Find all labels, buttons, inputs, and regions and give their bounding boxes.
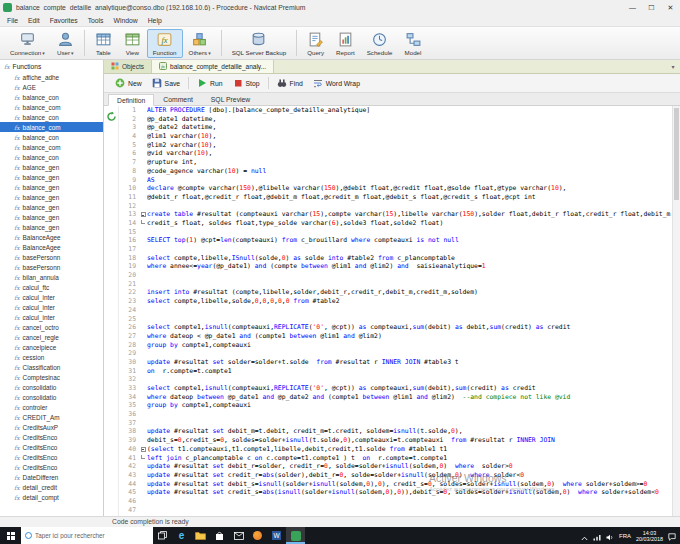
function-tree-item[interactable]: CreditsAuxP <box>0 422 103 432</box>
code-line[interactable]: 22insert into #resultat (compte,libelle,… <box>119 288 672 297</box>
function-tree-item[interactable]: CREDIT_Am <box>0 412 103 422</box>
function-tree-item[interactable]: balance_con <box>0 132 103 142</box>
code-line[interactable]: 19where annee<=year(@p_date1) and (compt… <box>119 262 672 271</box>
code-line[interactable]: 37 <box>119 419 672 428</box>
function-tree-item[interactable]: balance_gen <box>0 162 103 172</box>
toolbar-button-user[interactable]: User <box>51 29 80 58</box>
word-icon[interactable]: W <box>267 527 286 544</box>
toolbar-button-table[interactable]: Table <box>89 29 118 58</box>
code-line[interactable]: 36 <box>119 410 672 419</box>
function-tree-item[interactable]: balance_com <box>0 122 103 132</box>
code-line[interactable]: 33select compte1,isnull(compteauxi,REPLI… <box>119 384 672 393</box>
network-icon[interactable] <box>593 527 601 544</box>
function-tree-item[interactable]: BalanceAgee <box>0 232 103 242</box>
function-tree-item[interactable]: basePersonn <box>0 252 103 262</box>
function-tree-item[interactable]: balance_con <box>0 92 103 102</box>
edge-icon[interactable]: e <box>172 527 191 544</box>
function-tree-item[interactable]: balance_com <box>0 142 103 152</box>
code-line[interactable]: 30update #resultat set solder=solder+t.s… <box>119 358 672 367</box>
function-tree-item[interactable]: balance_gen <box>0 222 103 232</box>
code-line[interactable]: 42update #resultat set debit_r=solder, c… <box>119 462 672 471</box>
function-tree-item[interactable]: balance_gen <box>0 172 103 182</box>
run-button[interactable]: Run <box>192 77 227 90</box>
code-line[interactable]: 28group by compte1,compteauxi <box>119 341 672 350</box>
code-line[interactable]: 26select compte1,isnull(compteauxi,REPLI… <box>119 323 672 332</box>
code-line[interactable]: 44update #resultat set debit_s=isnull(so… <box>119 480 672 489</box>
code-line[interactable]: 9AS <box>119 176 672 185</box>
code-line[interactable]: 32 <box>119 375 672 384</box>
taskbar-search[interactable] <box>21 527 153 544</box>
code-line[interactable]: 10declare @compte varchar(150),@libelle … <box>119 184 672 193</box>
function-tree-item[interactable]: balance_con <box>0 152 103 162</box>
function-tree-item[interactable]: balance_gen <box>0 202 103 212</box>
function-tree-item[interactable]: cession <box>0 352 103 362</box>
code-line[interactable]: 12 <box>119 202 672 211</box>
menu-favorites[interactable]: Favorites <box>45 17 83 24</box>
store-icon[interactable] <box>210 527 229 544</box>
function-tree-item[interactable]: cancel_octro <box>0 322 103 332</box>
fold-collapse-icon[interactable] <box>141 212 146 217</box>
scrollbar-thumb[interactable] <box>674 108 679 200</box>
code-line[interactable]: 6@vid varchar(10), <box>119 149 672 158</box>
taskbar-search-input[interactable] <box>35 532 149 539</box>
function-tree-item[interactable]: CreditsEnco <box>0 432 103 442</box>
mail-icon[interactable] <box>229 527 248 544</box>
tab-list-chevron-icon[interactable]: ▾ <box>666 60 680 73</box>
toolbar-button-function[interactable]: fx Function <box>147 29 183 58</box>
code-line[interactable]: 46 <box>119 497 672 506</box>
toolbar-button-others[interactable]: Others <box>183 29 217 58</box>
function-tree-item[interactable]: AGE <box>0 82 103 92</box>
function-tree-item[interactable]: balance_con <box>0 112 103 122</box>
save-button[interactable]: Save <box>147 77 186 90</box>
toolbar-button-view[interactable]: View <box>118 29 147 58</box>
toolbar-button-connection[interactable]: Connection <box>4 29 51 58</box>
code-line[interactable]: 18select compte,libelle,ISnull(solde,0) … <box>119 254 672 263</box>
tab-document[interactable]: fx balance_compte_detaille_analy... <box>152 60 274 73</box>
function-tree-item[interactable]: affiche_adhe <box>0 72 103 82</box>
function-tree-item[interactable]: controler <box>0 402 103 412</box>
function-tree-item[interactable]: calcul_ftc <box>0 282 103 292</box>
new-button[interactable]: New <box>110 77 147 90</box>
code-line[interactable]: 45update #resultat set credit_s=abs(isnu… <box>119 488 672 497</box>
function-tree-item[interactable]: Classification <box>0 362 103 372</box>
code-line[interactable]: 24 <box>119 306 672 315</box>
code-line[interactable]: 29 <box>119 349 672 358</box>
function-tree-item[interactable]: Comptesinac <box>0 372 103 382</box>
function-tree-item[interactable]: BalanceAgee <box>0 242 103 252</box>
code-line[interactable]: 7@rupture int, <box>119 158 672 167</box>
menu-tools[interactable]: Tools <box>83 17 109 24</box>
toolbar-button-query[interactable]: Query <box>301 29 330 58</box>
vertical-scrollbar[interactable] <box>672 106 680 516</box>
menu-window[interactable]: Window <box>109 17 143 24</box>
function-tree-item[interactable]: calcul_inter <box>0 292 103 302</box>
menu-edit[interactable]: Edit <box>23 17 45 24</box>
clock[interactable]: 14:03 20/03/2018 <box>636 530 663 542</box>
function-tree-item[interactable]: CreditsEnco <box>0 442 103 452</box>
toolbar-button-model[interactable]: Model <box>399 29 428 58</box>
function-tree-item[interactable]: CreditsEnco <box>0 452 103 462</box>
function-tree-item[interactable]: detail_credit <box>0 482 103 492</box>
code-line[interactable]: 27where dateop < @p_date1 and (compte1 b… <box>119 332 672 341</box>
function-tree-item[interactable]: basePersonn <box>0 262 103 272</box>
function-tree-item[interactable]: consolidatio <box>0 392 103 402</box>
tab-definition[interactable]: Definition <box>108 94 154 106</box>
code-line[interactable]: 1ALTER PROCEDURE [dbo].[balance_compte_d… <box>119 106 672 115</box>
code-line[interactable]: 20 <box>119 271 672 280</box>
toolbar-button-report[interactable]: Report <box>330 29 361 58</box>
function-tree-item[interactable]: cancelpiece <box>0 342 103 352</box>
navicat-icon[interactable] <box>286 527 305 544</box>
maximize-button[interactable]: ☐ <box>642 0 661 15</box>
code-line[interactable]: 17 <box>119 245 672 254</box>
toolbar-button-schedule[interactable]: Schedule <box>361 29 399 58</box>
code-line[interactable]: 35group by compte1,compteauxi <box>119 401 672 410</box>
code-line[interactable]: 4@lim1 varchar(10), <box>119 132 672 141</box>
code-line[interactable]: 43update #resultat set credit_r=abs(sold… <box>119 471 672 480</box>
minimize-button[interactable]: — <box>623 0 642 15</box>
code-line[interactable]: 8@code_agence varchar(10) = null <box>119 167 672 176</box>
task-view-button[interactable] <box>153 527 172 544</box>
tab-comment[interactable]: Comment <box>154 93 201 105</box>
menu-help[interactable]: Help <box>143 17 167 24</box>
function-tree-item[interactable]: calcul_inter <box>0 302 103 312</box>
code-line[interactable]: 39debit_s=0,credit_s=0, soldes=solder+is… <box>119 436 672 445</box>
tab-sql-preview[interactable]: SQL Preview <box>202 93 259 105</box>
